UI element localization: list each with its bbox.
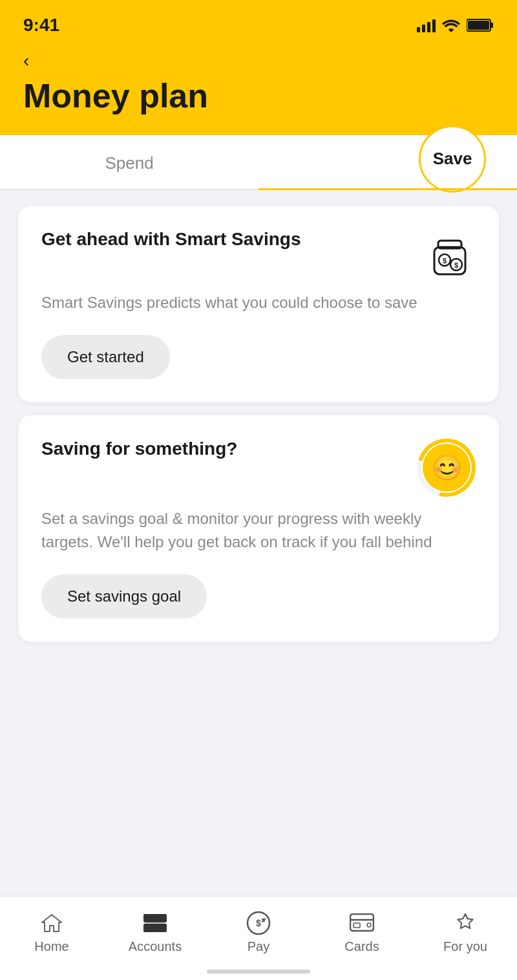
svg-text:$: $ (454, 261, 458, 269)
nav-item-home[interactable]: Home (19, 911, 84, 954)
svg-rect-10 (144, 924, 166, 931)
tab-spend[interactable]: Spend (0, 135, 258, 189)
smart-savings-card: Get ahead with Smart Savings $ $ Smart S… (18, 206, 499, 402)
nav-label-accounts: Accounts (129, 939, 182, 954)
svg-rect-1 (491, 23, 493, 28)
nav-item-for-you[interactable]: For you (433, 911, 498, 954)
tabs-row: Spend Save (0, 135, 517, 190)
nav-item-pay[interactable]: $ Pay (226, 911, 291, 954)
svg-rect-2 (468, 21, 489, 30)
bottom-nav: Home Accounts $ Pay (0, 896, 517, 980)
status-icons (417, 18, 494, 32)
status-time: 9:41 (23, 15, 59, 36)
home-indicator (207, 970, 310, 974)
header: ‹ Money plan (0, 45, 517, 135)
wifi-icon (442, 18, 460, 32)
tabs-wrapper: Spend Save (0, 135, 517, 190)
home-icon (39, 911, 64, 935)
smiley-icon: 😊 (417, 439, 476, 497)
nav-label-cards: Cards (344, 939, 379, 954)
svg-rect-15 (353, 923, 360, 928)
svg-text:$: $ (256, 918, 261, 928)
status-bar: 9:41 (0, 0, 517, 45)
pay-icon: $ (246, 911, 271, 935)
accounts-icon (143, 911, 167, 935)
savings-goal-title: Saving for something? (41, 439, 417, 459)
smart-savings-title: Get ahead with Smart Savings (41, 229, 424, 250)
svg-text:$: $ (443, 257, 447, 265)
savings-goal-desc: Set a savings goal & monitor your progre… (41, 507, 476, 554)
svg-rect-9 (144, 915, 166, 922)
nav-label-home: Home (34, 939, 69, 954)
nav-item-accounts[interactable]: Accounts (123, 911, 187, 954)
nav-label-for-you: For you (443, 939, 487, 954)
nav-item-cards[interactable]: Cards (330, 911, 394, 954)
page-title: Money plan (23, 78, 494, 114)
svg-point-16 (367, 923, 371, 927)
jar-icon: $ $ (424, 229, 476, 281)
smiley-face: 😊 (423, 444, 470, 492)
smart-savings-header: Get ahead with Smart Savings $ $ (41, 229, 476, 281)
battery-icon (467, 18, 494, 32)
for-you-icon (453, 911, 478, 935)
savings-goal-card: Saving for something? 😊 Set a savings go… (18, 415, 499, 642)
back-button[interactable]: ‹ (23, 52, 29, 70)
save-tab-circle: Save (419, 125, 486, 192)
cards-icon (350, 911, 374, 935)
savings-goal-header: Saving for something? 😊 (41, 439, 476, 497)
signal-icon (417, 18, 436, 32)
tab-save[interactable]: Save (258, 146, 517, 179)
main-content: Get ahead with Smart Savings $ $ Smart S… (0, 190, 517, 670)
nav-label-pay: Pay (248, 939, 269, 954)
svg-rect-13 (350, 914, 374, 931)
get-started-button[interactable]: Get started (41, 335, 170, 379)
set-savings-goal-button[interactable]: Set savings goal (41, 574, 207, 618)
smart-savings-desc: Smart Savings predicts what you could ch… (41, 291, 476, 314)
tab-indicator (258, 188, 517, 190)
